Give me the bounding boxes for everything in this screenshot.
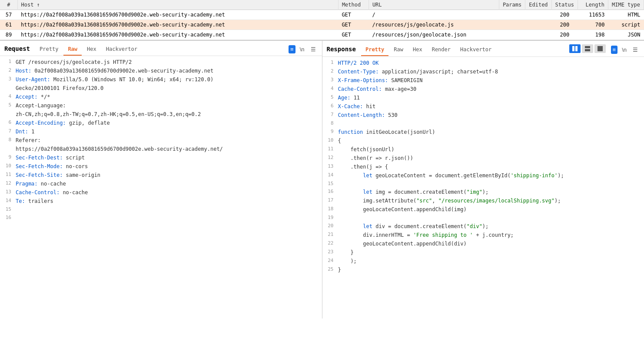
line-number: 4 [322,85,338,93]
view-horizontal-btn[interactable] [582,44,593,53]
line-number: 23 [322,249,338,256]
line-text [338,120,644,127]
tab-response-render[interactable]: Render [428,45,455,56]
line-text: fetch(jsonUrl) [338,146,644,153]
request-line: 2 Host: 0a2f008a039a136081659d6700d9002e… [0,66,322,75]
tab-response-pretty[interactable]: Pretty [361,45,388,56]
cell-length: 700 [578,20,608,30]
line-number [0,145,16,153]
cell-mime: HTML [608,10,644,20]
line-text [16,206,322,213]
request-line: 15 [0,206,322,214]
line-text: function initGeoLocate(jsonUrl) [338,128,644,136]
col-length[interactable]: Length [578,0,608,10]
cell-edited [525,10,551,20]
request-panel: Request Pretty Raw Hex Hackvertor ≡ \n ☰… [0,41,322,318]
line-number: 15 [0,206,16,213]
line-text: X-Cache: hit [338,103,644,110]
line-number: 20 [322,222,338,230]
cell-host: https://0a2f008a039a136081659d6700d9002e… [17,20,338,30]
response-line: 7 Content-Length: 530 [322,111,644,119]
response-content: 1 HTTP/2 200 OK 2 Content-Type: applicat… [322,57,644,318]
col-edited[interactable]: Edited [525,0,551,10]
table-row[interactable]: 57 https://0a2f008a039a136081659d6700d90… [0,10,644,20]
view-single-btn[interactable] [594,44,606,53]
line-text: Age: 11 [338,94,644,102]
line-number: 8 [0,136,16,144]
line-text: X-Frame-Options: SAMEORIGIN [338,76,644,84]
request-line: 12 Pragma: no-cache [0,179,322,188]
line-number: 10 [322,137,338,145]
tab-response-raw[interactable]: Raw [389,45,408,56]
response-line: 25 } [322,265,644,274]
line-text: Gecko/20100101 Firefox/120.0 [16,84,322,92]
tab-response-hex[interactable]: Hex [408,45,427,56]
http-table: # Host ↑ Method URL Params Edited Status… [0,0,644,40]
response-line: 4 Cache-Control: max-age=30 [322,85,644,93]
line-text: Sec-Fetch-Site: same-origin [16,171,322,179]
request-line: 14 Te: trailers [0,197,322,206]
response-line: 19 [322,214,644,222]
col-hash[interactable]: # [0,0,17,10]
tab-request-hex[interactable]: Hex [83,44,101,56]
line-text [338,214,644,222]
request-response-panels: Request Pretty Raw Hex Hackvertor ≡ \n ☰… [0,40,644,318]
line-number: 1 [322,59,338,67]
cell-params [499,20,525,30]
line-number: 6 [322,103,338,110]
request-pretty-print-btn[interactable]: ≡ [289,45,295,53]
tab-request-raw[interactable]: Raw [63,44,82,56]
request-content: 1 GET /resources/js/geolocate.js HTTP/2 … [0,56,322,318]
cell-url: /resources/json/geolocate.json [368,30,499,40]
line-text: Sec-Fetch-Mode: no-cors [16,162,322,170]
view-split-btn[interactable] [569,44,581,53]
response-line: 5 Age: 11 [322,93,644,102]
cell-status: 200 [551,30,578,40]
line-number: 2 [0,67,16,75]
line-number: 6 [0,119,16,127]
request-menu-btn[interactable]: ☰ [309,45,318,53]
line-number: 18 [322,206,338,213]
response-pretty-print-btn[interactable]: ≡ [611,46,618,54]
cell-url: /resources/js/geolocate.js [368,20,499,30]
response-line: 13 .then(j => { [322,162,644,171]
line-number: 19 [322,214,338,222]
line-text: Accept-Encoding: gzip, deflate [16,119,322,127]
response-line: 11 fetch(jsonUrl) [322,145,644,154]
cell-hash: 89 [0,30,17,40]
response-title: Response [327,46,356,55]
response-line: 1 HTTP/2 200 OK [322,59,644,67]
table-row[interactable]: 61 https://0a2f008a039a136081659d6700d90… [0,20,644,30]
response-line: 22 geoLocateContent.appendChild(div) [322,239,644,248]
tab-response-hackvertor[interactable]: Hackvertor [456,45,496,56]
request-line: 11 Sec-Fetch-Site: same-origin [0,171,322,179]
line-number: 3 [322,76,338,84]
cell-params [499,10,525,20]
request-line: 3 User-Agent: Mozilla/5.0 (Windows NT 10… [0,75,322,84]
line-number: 10 [0,162,16,170]
col-url[interactable]: URL [368,0,499,10]
tab-request-hackvertor[interactable]: Hackvertor [102,44,142,56]
line-text: Te: trailers [16,197,322,205]
request-newline-btn[interactable]: \n [298,45,306,53]
response-line: 24 ); [322,257,644,265]
col-mime[interactable]: MIME type [608,0,644,10]
table-row[interactable]: 89 https://0a2f008a039a136081659d6700d90… [0,30,644,40]
request-line: 9 Sec-Fetch-Dest: script [0,153,322,162]
response-menu-btn[interactable]: ☰ [631,46,640,54]
response-line: 16 let img = document.createElement("img… [322,188,644,196]
line-text: zh-CN,zh;q=0.8,zh-TW;q=0.7,zh-HK;q=0.5,e… [16,110,322,118]
col-method[interactable]: Method [338,0,368,10]
cell-mime: script [608,20,644,30]
tab-request-pretty[interactable]: Pretty [35,44,63,56]
line-text: Cache-Control: no-cache [16,189,322,196]
col-host[interactable]: Host ↑ [17,0,338,10]
response-newline-btn[interactable]: \n [620,46,628,54]
cell-host: https://0a2f008a039a136081659d6700d9002e… [17,10,338,20]
col-status[interactable]: Status [551,0,578,10]
response-line: 17 img.setAttribute("src", "/resources/i… [322,196,644,205]
line-text: Host: 0a2f008a039a136081659d6700d9002e.w… [16,67,322,75]
col-params[interactable]: Params [499,0,525,10]
response-tab-actions: ≡ \n ☰ [569,44,640,56]
cell-hash: 61 [0,20,17,30]
